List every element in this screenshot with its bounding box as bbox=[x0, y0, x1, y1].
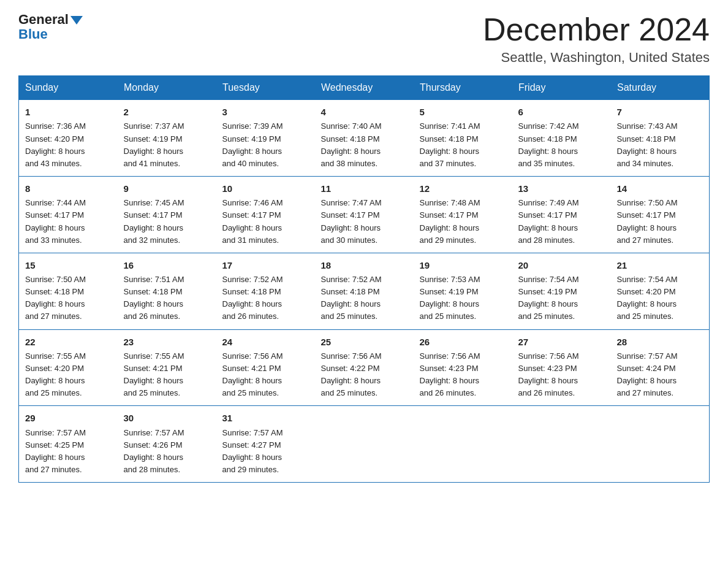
day-cell-9: 9Sunrise: 7:45 AMSunset: 4:17 PMDaylight… bbox=[118, 177, 216, 253]
day-info: Sunrise: 7:57 AMSunset: 4:25 PMDaylight:… bbox=[25, 427, 112, 477]
day-number: 12 bbox=[420, 182, 506, 196]
day-cell-31: 31Sunrise: 7:57 AMSunset: 4:27 PMDayligh… bbox=[216, 406, 315, 483]
weekday-header-saturday: Saturday bbox=[611, 76, 710, 100]
day-info: Sunrise: 7:49 AMSunset: 4:17 PMDaylight:… bbox=[518, 197, 605, 247]
day-number: 17 bbox=[222, 258, 309, 272]
weekday-header-friday: Friday bbox=[512, 76, 611, 100]
logo-arrow-icon bbox=[70, 16, 83, 25]
day-info: Sunrise: 7:46 AMSunset: 4:17 PMDaylight:… bbox=[222, 197, 309, 247]
logo: General Blue bbox=[18, 12, 83, 42]
day-cell-4: 4Sunrise: 7:40 AMSunset: 4:18 PMDaylight… bbox=[315, 100, 414, 177]
day-cell-28: 28Sunrise: 7:57 AMSunset: 4:24 PMDayligh… bbox=[611, 329, 710, 406]
week-row-4: 22Sunrise: 7:55 AMSunset: 4:20 PMDayligh… bbox=[19, 329, 710, 406]
day-cell-16: 16Sunrise: 7:51 AMSunset: 4:18 PMDayligh… bbox=[118, 253, 216, 329]
day-number: 13 bbox=[518, 182, 605, 196]
day-number: 9 bbox=[124, 182, 210, 196]
day-cell-25: 25Sunrise: 7:56 AMSunset: 4:22 PMDayligh… bbox=[315, 329, 414, 406]
day-info: Sunrise: 7:56 AMSunset: 4:23 PMDaylight:… bbox=[518, 350, 605, 400]
day-number: 6 bbox=[518, 105, 605, 119]
page-header: General Blue December 2024 Seattle, Wash… bbox=[18, 12, 710, 66]
day-cell-14: 14Sunrise: 7:50 AMSunset: 4:17 PMDayligh… bbox=[611, 177, 710, 253]
day-info: Sunrise: 7:37 AMSunset: 4:19 PMDaylight:… bbox=[124, 120, 210, 170]
day-cell-5: 5Sunrise: 7:41 AMSunset: 4:18 PMDaylight… bbox=[414, 100, 512, 177]
day-number: 18 bbox=[321, 258, 408, 272]
day-info: Sunrise: 7:39 AMSunset: 4:19 PMDaylight:… bbox=[222, 120, 309, 170]
day-cell-13: 13Sunrise: 7:49 AMSunset: 4:17 PMDayligh… bbox=[512, 177, 611, 253]
week-row-2: 8Sunrise: 7:44 AMSunset: 4:17 PMDaylight… bbox=[19, 177, 710, 253]
day-number: 11 bbox=[321, 182, 408, 196]
day-number: 19 bbox=[420, 258, 506, 272]
day-info: Sunrise: 7:45 AMSunset: 4:17 PMDaylight:… bbox=[124, 197, 210, 247]
weekday-header-wednesday: Wednesday bbox=[315, 76, 414, 100]
day-number: 15 bbox=[25, 258, 112, 272]
day-info: Sunrise: 7:56 AMSunset: 4:21 PMDaylight:… bbox=[222, 350, 309, 400]
day-info: Sunrise: 7:50 AMSunset: 4:17 PMDaylight:… bbox=[617, 197, 703, 247]
week-row-5: 29Sunrise: 7:57 AMSunset: 4:25 PMDayligh… bbox=[19, 406, 710, 483]
day-number: 4 bbox=[321, 105, 408, 119]
day-info: Sunrise: 7:52 AMSunset: 4:18 PMDaylight:… bbox=[222, 274, 309, 323]
day-info: Sunrise: 7:41 AMSunset: 4:18 PMDaylight:… bbox=[420, 120, 506, 170]
day-number: 31 bbox=[222, 411, 309, 425]
day-info: Sunrise: 7:57 AMSunset: 4:27 PMDaylight:… bbox=[222, 427, 309, 477]
empty-cell bbox=[414, 406, 512, 483]
day-cell-10: 10Sunrise: 7:46 AMSunset: 4:17 PMDayligh… bbox=[216, 177, 315, 253]
day-info: Sunrise: 7:42 AMSunset: 4:18 PMDaylight:… bbox=[518, 120, 605, 170]
day-info: Sunrise: 7:56 AMSunset: 4:23 PMDaylight:… bbox=[420, 350, 506, 400]
day-number: 1 bbox=[25, 105, 112, 119]
day-number: 8 bbox=[25, 182, 112, 196]
weekday-header-sunday: Sunday bbox=[19, 76, 118, 100]
day-cell-30: 30Sunrise: 7:57 AMSunset: 4:26 PMDayligh… bbox=[118, 406, 216, 483]
day-cell-8: 8Sunrise: 7:44 AMSunset: 4:17 PMDaylight… bbox=[19, 177, 118, 253]
day-info: Sunrise: 7:51 AMSunset: 4:18 PMDaylight:… bbox=[124, 274, 210, 323]
day-info: Sunrise: 7:54 AMSunset: 4:19 PMDaylight:… bbox=[518, 274, 605, 323]
day-number: 30 bbox=[124, 411, 210, 425]
day-cell-18: 18Sunrise: 7:52 AMSunset: 4:18 PMDayligh… bbox=[315, 253, 414, 329]
day-number: 14 bbox=[617, 182, 703, 196]
day-number: 7 bbox=[617, 105, 703, 119]
empty-cell bbox=[512, 406, 611, 483]
day-cell-12: 12Sunrise: 7:48 AMSunset: 4:17 PMDayligh… bbox=[414, 177, 512, 253]
day-number: 29 bbox=[25, 411, 112, 425]
day-cell-22: 22Sunrise: 7:55 AMSunset: 4:20 PMDayligh… bbox=[19, 329, 118, 406]
day-cell-6: 6Sunrise: 7:42 AMSunset: 4:18 PMDaylight… bbox=[512, 100, 611, 177]
day-cell-29: 29Sunrise: 7:57 AMSunset: 4:25 PMDayligh… bbox=[19, 406, 118, 483]
day-number: 27 bbox=[518, 335, 605, 349]
day-cell-11: 11Sunrise: 7:47 AMSunset: 4:17 PMDayligh… bbox=[315, 177, 414, 253]
day-info: Sunrise: 7:55 AMSunset: 4:21 PMDaylight:… bbox=[124, 350, 210, 400]
week-row-3: 15Sunrise: 7:50 AMSunset: 4:18 PMDayligh… bbox=[19, 253, 710, 329]
weekday-header-monday: Monday bbox=[118, 76, 216, 100]
day-info: Sunrise: 7:43 AMSunset: 4:18 PMDaylight:… bbox=[617, 120, 703, 170]
day-info: Sunrise: 7:57 AMSunset: 4:24 PMDaylight:… bbox=[617, 350, 703, 400]
day-cell-17: 17Sunrise: 7:52 AMSunset: 4:18 PMDayligh… bbox=[216, 253, 315, 329]
day-info: Sunrise: 7:54 AMSunset: 4:20 PMDaylight:… bbox=[617, 274, 703, 323]
month-title: December 2024 bbox=[483, 12, 710, 47]
day-cell-23: 23Sunrise: 7:55 AMSunset: 4:21 PMDayligh… bbox=[118, 329, 216, 406]
day-cell-7: 7Sunrise: 7:43 AMSunset: 4:18 PMDaylight… bbox=[611, 100, 710, 177]
day-number: 21 bbox=[617, 258, 703, 272]
day-cell-2: 2Sunrise: 7:37 AMSunset: 4:19 PMDaylight… bbox=[118, 100, 216, 177]
day-cell-1: 1Sunrise: 7:36 AMSunset: 4:20 PMDaylight… bbox=[19, 100, 118, 177]
day-info: Sunrise: 7:50 AMSunset: 4:18 PMDaylight:… bbox=[25, 274, 112, 323]
day-cell-27: 27Sunrise: 7:56 AMSunset: 4:23 PMDayligh… bbox=[512, 329, 611, 406]
day-number: 24 bbox=[222, 335, 309, 349]
day-cell-3: 3Sunrise: 7:39 AMSunset: 4:19 PMDaylight… bbox=[216, 100, 315, 177]
day-cell-24: 24Sunrise: 7:56 AMSunset: 4:21 PMDayligh… bbox=[216, 329, 315, 406]
day-cell-15: 15Sunrise: 7:50 AMSunset: 4:18 PMDayligh… bbox=[19, 253, 118, 329]
day-cell-20: 20Sunrise: 7:54 AMSunset: 4:19 PMDayligh… bbox=[512, 253, 611, 329]
day-info: Sunrise: 7:56 AMSunset: 4:22 PMDaylight:… bbox=[321, 350, 408, 400]
empty-cell bbox=[611, 406, 710, 483]
day-number: 5 bbox=[420, 105, 506, 119]
day-info: Sunrise: 7:48 AMSunset: 4:17 PMDaylight:… bbox=[420, 197, 506, 247]
day-info: Sunrise: 7:57 AMSunset: 4:26 PMDaylight:… bbox=[124, 427, 210, 477]
day-number: 20 bbox=[518, 258, 605, 272]
day-info: Sunrise: 7:53 AMSunset: 4:19 PMDaylight:… bbox=[420, 274, 506, 323]
day-number: 2 bbox=[124, 105, 210, 119]
day-number: 26 bbox=[420, 335, 506, 349]
title-block: December 2024 Seattle, Washington, Unite… bbox=[483, 12, 710, 66]
day-info: Sunrise: 7:40 AMSunset: 4:18 PMDaylight:… bbox=[321, 120, 408, 170]
logo-general-text: General bbox=[18, 12, 69, 27]
day-number: 3 bbox=[222, 105, 309, 119]
weekday-header-tuesday: Tuesday bbox=[216, 76, 315, 100]
weekday-header-thursday: Thursday bbox=[414, 76, 512, 100]
weekday-header-row: SundayMondayTuesdayWednesdayThursdayFrid… bbox=[19, 76, 710, 100]
